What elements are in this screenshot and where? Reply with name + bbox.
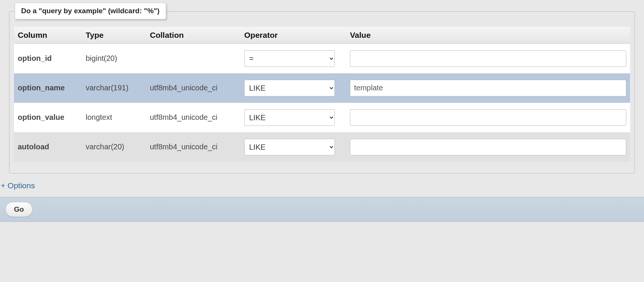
column-collation: utf8mb4_unicode_ci xyxy=(146,73,240,103)
operator-select[interactable]: = xyxy=(244,50,335,67)
header-column: Column xyxy=(14,27,82,44)
column-collation xyxy=(146,44,240,73)
header-operator: Operator xyxy=(240,27,346,44)
column-type: bigint(20) xyxy=(82,44,146,73)
table-row: option_namevarchar(191)utf8mb4_unicode_c… xyxy=(14,73,630,103)
column-name: option_id xyxy=(14,44,82,73)
options-toggle-link[interactable]: + Options xyxy=(0,181,35,197)
table-row: autoloadvarchar(20)utf8mb4_unicode_ciLIK… xyxy=(14,132,630,162)
header-collation: Collation xyxy=(146,27,240,44)
value-input[interactable] xyxy=(350,139,626,155)
value-cell xyxy=(346,44,630,73)
column-collation: utf8mb4_unicode_ci xyxy=(146,103,240,132)
column-type: varchar(20) xyxy=(82,132,146,162)
operator-select[interactable]: LIKE xyxy=(244,109,335,126)
table-row: option_idbigint(20)= xyxy=(14,44,630,73)
value-cell xyxy=(346,103,630,132)
column-name: autoload xyxy=(14,132,82,162)
value-input[interactable] xyxy=(350,80,626,96)
operator-select[interactable]: LIKE xyxy=(244,139,335,155)
header-type: Type xyxy=(82,27,146,44)
footer-bar: Go xyxy=(0,197,644,222)
go-button[interactable]: Go xyxy=(5,202,32,217)
operator-cell: LIKE xyxy=(240,132,346,162)
column-type: longtext xyxy=(82,103,146,132)
column-name: option_name xyxy=(14,73,82,103)
operator-cell: = xyxy=(240,44,346,73)
column-name: option_value xyxy=(14,103,82,132)
table-row: option_valuelongtextutf8mb4_unicode_ciLI… xyxy=(14,103,630,132)
operator-cell: LIKE xyxy=(240,73,346,103)
value-cell xyxy=(346,73,630,103)
operator-cell: LIKE xyxy=(240,103,346,132)
header-value: Value xyxy=(346,27,630,44)
value-input[interactable] xyxy=(350,109,626,126)
value-input[interactable] xyxy=(350,50,626,67)
query-table: Column Type Collation Operator Value opt… xyxy=(14,27,630,162)
value-cell xyxy=(346,132,630,162)
column-collation: utf8mb4_unicode_ci xyxy=(146,132,240,162)
column-type: varchar(191) xyxy=(82,73,146,103)
fieldset-legend: Do a "query by example" (wildcard: "%") xyxy=(15,3,166,19)
query-by-example-fieldset: Do a "query by example" (wildcard: "%") … xyxy=(9,11,635,174)
operator-select[interactable]: LIKE xyxy=(244,80,335,96)
